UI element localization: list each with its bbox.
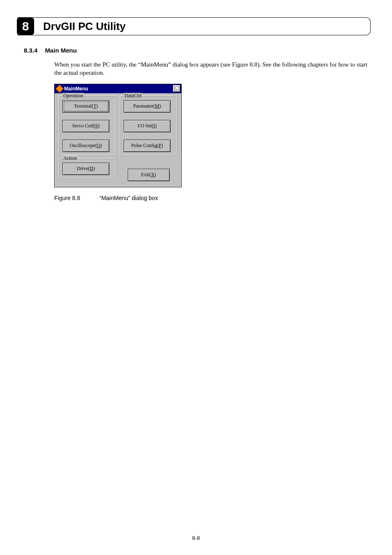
page-number: 8-8	[0, 535, 392, 541]
datactrl-group: DataCtrl Paramater(M) I/O Set(I) Pulse C…	[120, 96, 177, 156]
pulse-config-button[interactable]: Pulse Config(P)	[124, 140, 171, 152]
chapter-number-box: 8	[17, 18, 34, 35]
parameter-button[interactable]: Paramater(M)	[124, 100, 171, 113]
oscilloscope-button[interactable]: Oscilloscope(O)	[62, 140, 109, 152]
servo-cntl-button[interactable]: Servo Cntl(S)	[62, 120, 109, 132]
dialog-titlebar: MainMenu ✕	[55, 84, 181, 93]
close-icon: ✕	[175, 85, 179, 90]
terminal-button[interactable]: Terminal(T)	[62, 100, 109, 113]
operation-group: Operation Terminal(T) Servo Cntl(S) Osci…	[59, 96, 116, 156]
dialog-title: MainMenu	[64, 86, 173, 92]
figure-caption-text: “MainMenu” dialog box	[99, 195, 158, 201]
chapter-header: 8 DrvGII PC Utility	[17, 17, 371, 35]
drive-button[interactable]: Drive(D)	[62, 163, 109, 175]
operation-legend: Operation	[62, 93, 84, 99]
close-button[interactable]: ✕	[173, 85, 180, 92]
dialog-body: Operation Terminal(T) Servo Cntl(S) Osci…	[55, 93, 181, 187]
chapter-title: DrvGII PC Utility	[43, 20, 126, 33]
figure-label: Figure 8.8	[54, 195, 99, 201]
section-number: 8.3.4	[24, 47, 37, 54]
action-group: Action Drive(D)	[59, 158, 116, 179]
datactrl-legend: DataCtrl	[124, 93, 142, 99]
exit-button[interactable]: Exit(X)	[128, 169, 170, 181]
section-heading: 8.3.4Main Menu	[24, 47, 371, 54]
action-legend: Action	[62, 155, 78, 161]
section-title: Main Menu	[45, 47, 77, 54]
dialog-app-icon	[56, 85, 63, 92]
mainmenu-dialog: MainMenu ✕ Operation Terminal(T) Servo C…	[54, 84, 182, 187]
chapter-number: 8	[22, 19, 29, 33]
body-paragraph: When you start the PC utility, the “Main…	[54, 60, 371, 77]
io-set-button[interactable]: I/O Set(I)	[124, 120, 171, 132]
figure-caption: Figure 8.8“MainMenu” dialog box	[54, 195, 371, 201]
